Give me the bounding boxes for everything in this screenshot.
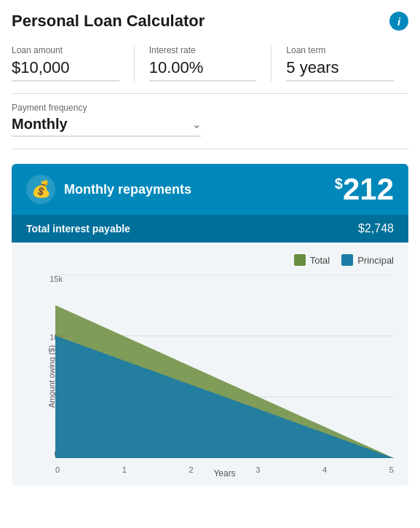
loan-term-label: Loan term: [286, 45, 394, 55]
chart-svg: [55, 275, 394, 458]
interest-rate-label: Interest rate: [149, 45, 257, 55]
legend-principal: Principal: [341, 254, 394, 266]
repayment-amount: $212: [335, 174, 394, 205]
loan-term-value[interactable]: 5 years: [286, 58, 394, 82]
legend-principal-label: Principal: [357, 255, 394, 266]
currency-symbol: $: [335, 176, 343, 192]
loan-amount-value[interactable]: $10,000: [12, 58, 119, 82]
chart-container: Amount owing ($) 15k 10k 5k 0k: [19, 275, 401, 478]
total-interest-row: Total interest payable $2,748: [12, 215, 408, 243]
loan-amount-group: Loan amount $10,000: [12, 45, 134, 82]
total-interest-value: $2,748: [358, 222, 394, 235]
banner-left: 💰 Monthly repayments: [26, 175, 191, 204]
page-header: Personal Loan Calculator i: [12, 12, 408, 31]
info-icon[interactable]: i: [389, 12, 408, 31]
inputs-row: Loan amount $10,000 Interest rate 10.00%…: [12, 45, 408, 94]
legend-total: Total: [294, 254, 330, 266]
chart-svg-container: 0 1 2 3 4 5: [55, 275, 394, 458]
payment-frequency-select[interactable]: Monthly ⌄: [12, 116, 201, 137]
interest-rate-value[interactable]: 10.00%: [149, 58, 257, 82]
total-interest-label: Total interest payable: [26, 223, 130, 235]
page-title: Personal Loan Calculator: [12, 12, 205, 31]
legend-principal-color: [341, 254, 353, 266]
legend-total-label: Total: [310, 255, 330, 266]
money-bag-icon: 💰: [26, 175, 55, 204]
payment-frequency-label: Payment frequency: [12, 103, 408, 113]
legend-total-color: [294, 254, 306, 266]
repayment-label: Monthly repayments: [64, 182, 191, 197]
interest-rate-group: Interest rate 10.00%: [134, 45, 272, 82]
chevron-down-icon: ⌄: [192, 119, 201, 130]
chart-section: Total Principal Amount owing ($) 15k 10k…: [12, 243, 408, 486]
payment-frequency-value: Monthly: [12, 116, 68, 133]
results-banner: 💰 Monthly repayments $212: [12, 164, 408, 215]
loan-amount-label: Loan amount: [12, 45, 119, 55]
loan-term-group: Loan term 5 years: [271, 45, 408, 82]
x-axis-label: Years: [55, 468, 394, 478]
payment-frequency-section: Payment frequency Monthly ⌄: [12, 103, 408, 149]
chart-legend: Total Principal: [19, 254, 401, 266]
